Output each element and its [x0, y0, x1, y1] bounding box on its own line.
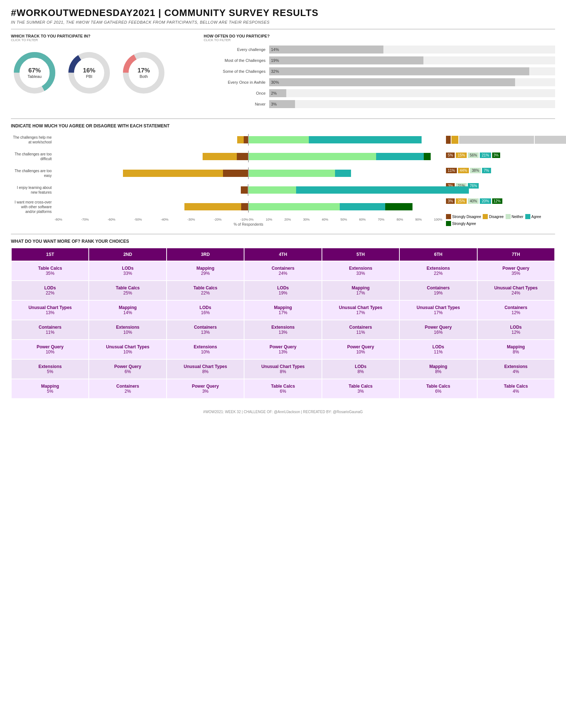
footer-text: #WOW2021: WEEK 32 | CHALLENGE OF: @AnnUJ… — [203, 410, 363, 414]
cell-item-pct: 13% — [246, 330, 320, 335]
cell-item-pct: 13% — [168, 330, 242, 335]
donut-pbi[interactable]: 16% PBI — [65, 49, 113, 96]
table-cell: Table Calcs6% — [244, 379, 322, 399]
freq-row-4: Once 2% — [204, 89, 555, 97]
table-cell: Containers19% — [399, 281, 477, 300]
cell-item-pct: 8% — [168, 369, 242, 374]
table-cell: Table Calcs35% — [11, 261, 89, 281]
freq-label-1: Most of the Challenges — [204, 58, 269, 63]
table-cell: Power Query13% — [244, 340, 322, 359]
cell-item-name: Table Calcs — [324, 384, 398, 389]
cell-item-pct: 5% — [13, 389, 87, 394]
cell-item-name: Extensions — [91, 325, 164, 330]
table-cell: Extensions5% — [11, 359, 89, 379]
table-cell: Containers2% — [89, 379, 166, 399]
cell-item-pct: 10% — [91, 349, 164, 355]
legend-key: Strongly Disagree Disagree Neither Agree — [446, 214, 555, 226]
freq-bar-4: 2% — [269, 89, 286, 97]
likert-bar-4 — [55, 201, 442, 213]
cell-item-name: Containers — [168, 325, 242, 330]
cell-item-name: Mapping — [168, 266, 242, 271]
cell-item-pct: 5% — [13, 369, 87, 374]
footer: #WOW2021: WEEK 32 | CHALLENGE OF: @AnnUJ… — [11, 406, 555, 418]
cell-item-pct: 22% — [401, 271, 475, 276]
track-click-label: CLICK TO FILTER — [11, 38, 193, 42]
cell-item-name: Mapping — [13, 384, 87, 389]
freq-label-3: Every Once in Awhile — [204, 80, 269, 84]
cell-item-pct: 35% — [13, 271, 87, 276]
cell-item-name: Table Calcs — [401, 384, 475, 389]
cell-item-pct: 8% — [479, 349, 553, 355]
cell-item-pct: 17% — [324, 290, 398, 296]
likert-row-label-3: I enjoy learning about new features — [11, 185, 55, 195]
table-row: Power Query10%Unusual Chart Types10%Exte… — [11, 340, 555, 359]
table-cell: LODs16% — [167, 300, 244, 320]
cell-item-name: Extensions — [168, 344, 242, 349]
cell-item-name: LODs — [168, 305, 242, 310]
likert-bar-2 — [55, 167, 442, 179]
table-cell: Extensions10% — [89, 320, 166, 340]
donut-both[interactable]: 17% Both — [120, 49, 167, 96]
cell-item-pct: 6% — [91, 369, 164, 374]
cell-item-pct: 33% — [324, 271, 398, 276]
cell-item-pct: 4% — [479, 369, 553, 374]
cell-item-name: Table Calcs — [479, 384, 553, 389]
freq-pct-1: 19% — [271, 58, 279, 63]
cell-item-pct: 11% — [324, 330, 398, 335]
table-cell: Extensions10% — [167, 340, 244, 359]
likert-bar-0 — [55, 134, 442, 146]
cell-item-pct: 19% — [246, 290, 320, 296]
cell-item-pct: 11% — [401, 349, 475, 355]
freq-bar-2: 32% — [269, 67, 529, 75]
table-cell: Unusual Chart Types17% — [399, 300, 477, 320]
freq-bar-1: 19% — [269, 56, 423, 64]
cell-item-pct: 12% — [479, 330, 553, 335]
freq-bar-wrap-4: 2% — [269, 89, 555, 97]
table-cell: LODs8% — [322, 359, 399, 379]
likert-row-4: I want more cross-over with other softwa… — [11, 201, 442, 213]
cell-item-pct: 10% — [324, 349, 398, 355]
cell-item-pct: 4% — [479, 389, 553, 394]
col-header-7: 7TH — [477, 248, 555, 261]
freq-label-2: Some of the Challenges — [204, 69, 269, 74]
table-cell: LODs33% — [89, 261, 166, 281]
cell-item-name: Table Calcs — [13, 266, 87, 271]
freq-row-1: Most of the Challenges 19% — [204, 56, 555, 64]
cell-item-name: Containers — [401, 285, 475, 290]
cell-item-name: Containers — [91, 384, 164, 389]
cell-item-name: Extensions — [324, 266, 398, 271]
table-cell: LODs12% — [477, 320, 555, 340]
freq-pct-4: 2% — [271, 91, 277, 95]
table-row: Extensions5%Power Query6%Unusual Chart T… — [11, 359, 555, 379]
likert-row-label-0: The challenges help me at work/school — [11, 135, 55, 145]
cell-item-name: Mapping — [324, 285, 398, 290]
table-cell: Table Calcs22% — [167, 281, 244, 300]
legend-row-1: 5% 15% 56% 21% 3% — [446, 149, 555, 161]
cell-item-name: Power Query — [91, 364, 164, 369]
cell-item-pct: 12% — [479, 310, 553, 315]
table-cell: Containers11% — [11, 320, 89, 340]
cell-item-name: Unusual Chart Types — [246, 364, 320, 369]
cell-item-name: LODs — [246, 285, 320, 290]
table-cell: Power Query10% — [322, 340, 399, 359]
cell-item-name: LODs — [324, 364, 398, 369]
table-row: Containers11%Extensions10%Containers13%E… — [11, 320, 555, 340]
donut-tableau[interactable]: 67% Tableau — [11, 49, 58, 96]
cell-item-name: LODs — [13, 285, 87, 290]
table-row: Mapping5%Containers2%Power Query3%Table … — [11, 379, 555, 399]
cell-item-pct: 16% — [401, 330, 475, 335]
legend-row-2: 11% 44% 38% 7% — [446, 165, 555, 176]
cell-item-pct: 2% — [91, 389, 164, 394]
table-cell: Power Query35% — [477, 261, 555, 281]
table-cell: Mapping5% — [11, 379, 89, 399]
freq-label-0: Every challenge — [204, 47, 269, 52]
table-cell: Mapping17% — [244, 300, 322, 320]
table-cell: Unusual Chart Types8% — [167, 359, 244, 379]
cell-item-name: Table Calcs — [91, 285, 164, 290]
ranking-section: WHAT DO YOU WANT MORE OF? RANK YOUR CHOI… — [11, 239, 555, 399]
cell-item-name: Extensions — [246, 325, 320, 330]
likert-row-2: The challenges are too easy — [11, 167, 442, 179]
cell-item-pct: 8% — [401, 369, 475, 374]
table-cell: Extensions33% — [322, 261, 399, 281]
cell-item-name: Unusual Chart Types — [91, 344, 164, 349]
